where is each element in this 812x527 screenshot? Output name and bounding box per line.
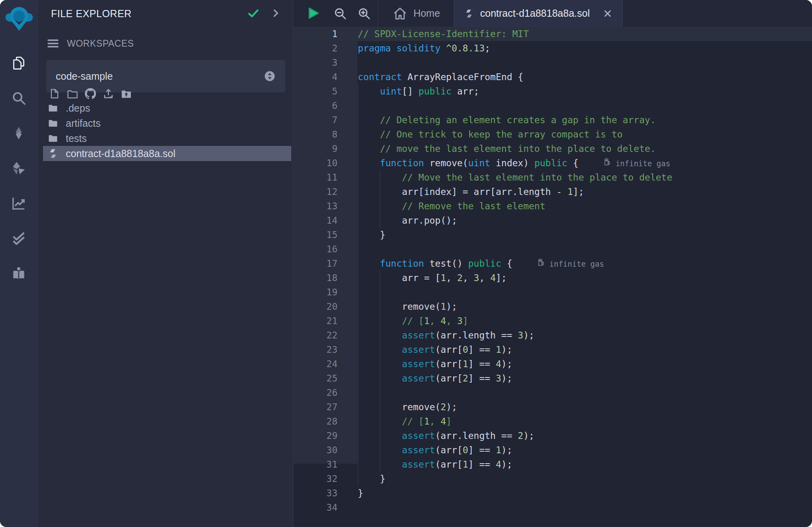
rail-item-deploy-run[interactable] <box>11 160 27 176</box>
line-number: 3 <box>294 55 357 70</box>
code-line[interactable]: 32 } <box>294 472 812 486</box>
line-number: 25 <box>294 371 357 385</box>
file-explorer-panel: FILE EXPLORER WORKSPACES code-sample .de… <box>38 0 293 527</box>
new-file-icon[interactable] <box>49 88 61 100</box>
workspaces-row: WORKSPACES <box>46 37 134 49</box>
file-label: contract-d1a8818a8a.sol <box>66 148 175 159</box>
code-line[interactable]: 19 <box>294 285 812 299</box>
line-number: 1 <box>294 27 357 41</box>
code-line[interactable]: 24 assert(arr[1] == 4); <box>294 357 812 371</box>
code-text: arr = [1, 2, 3, 4]; <box>358 271 507 285</box>
zoom-out-icon[interactable] <box>333 6 347 21</box>
code-line[interactable]: 11 // Move the last element into the pla… <box>294 170 812 185</box>
code-text: // Deleting an element creates a gap in … <box>358 113 656 127</box>
line-number: 10 <box>294 156 357 170</box>
code-text: } <box>358 486 363 500</box>
gas-icon <box>603 156 612 171</box>
code-line[interactable]: 14 arr.pop(); <box>294 213 812 228</box>
code-line[interactable]: 34 <box>294 500 812 515</box>
close-icon[interactable] <box>602 8 613 19</box>
solidity-file-icon <box>464 8 474 19</box>
code-line[interactable]: 6 <box>294 98 812 113</box>
line-number: 17 <box>294 256 357 271</box>
code-text: contract ArrayReplaceFromEnd { <box>358 70 523 84</box>
file-actions-toolbar <box>49 88 132 100</box>
code-line[interactable]: 29 assert(arr.length == 2); <box>294 429 812 443</box>
tab-home[interactable]: Home <box>378 0 454 27</box>
code-line[interactable]: 22 assert(arr.length == 3); <box>294 328 812 342</box>
code-line[interactable]: 16 <box>294 242 812 256</box>
code-line[interactable]: 10 function remove(uint index) public {i… <box>294 156 812 170</box>
code-line[interactable]: 13 // Remove the last element <box>294 199 812 213</box>
code-line[interactable]: 26 <box>294 385 812 400</box>
code-line[interactable]: 1// SPDX-License-Identifier: MIT <box>294 27 812 41</box>
gas-estimate-label: infinite gas <box>549 257 604 271</box>
line-number: 22 <box>294 328 357 342</box>
code-text: remove(1); <box>358 299 457 314</box>
rail-item-unit-testing[interactable] <box>11 230 27 246</box>
code-line[interactable]: 25 assert(arr[2] == 3); <box>294 371 812 385</box>
code-line[interactable]: 18 arr = [1, 2, 3, 4]; <box>294 271 812 285</box>
rail-item-learneth[interactable] <box>11 265 27 281</box>
code-line[interactable]: 7 // Deleting an element creates a gap i… <box>294 113 812 127</box>
run-play-icon[interactable] <box>306 6 320 20</box>
file-label: artifacts <box>66 118 101 129</box>
tab-contract-file[interactable]: contract-d1a8818a8a.sol <box>454 0 623 27</box>
line-number: 29 <box>294 429 357 443</box>
code-line[interactable]: 31 assert(arr[1] == 4); <box>294 457 812 472</box>
line-number: 18 <box>294 271 357 285</box>
code-text: arr.pop(); <box>358 213 457 228</box>
folder-row-.deps[interactable]: .deps <box>38 100 293 116</box>
gas-estimate-label: infinite gas <box>616 156 670 171</box>
check-icon[interactable] <box>247 7 260 20</box>
code-line[interactable]: 23 assert(arr[0] == 1); <box>294 342 812 357</box>
code-line[interactable]: 5 uint[] public arr; <box>294 84 812 98</box>
code-text: arr[index] = arr[arr.length - 1]; <box>358 185 584 199</box>
line-number: 11 <box>294 170 357 185</box>
remix-logo-icon[interactable] <box>4 3 35 34</box>
code-line[interactable]: 33} <box>294 486 812 500</box>
code-line[interactable]: 3 <box>294 55 812 70</box>
code-line[interactable]: 4contract ArrayReplaceFromEnd { <box>294 70 812 84</box>
editor-region: Home contract-d1a8818a8a.sol 1// SPDX-Li… <box>294 0 812 527</box>
upload-file-icon[interactable] <box>102 88 114 100</box>
rail-item-statistics[interactable] <box>11 195 27 211</box>
code-line[interactable]: 28 // [1, 4] <box>294 414 812 429</box>
rail-item-file-explorer[interactable] <box>11 55 27 71</box>
code-line[interactable]: 9 // move the last element into the plac… <box>294 142 812 156</box>
line-number: 21 <box>294 314 357 328</box>
code-lines: 1// SPDX-License-Identifier: MIT2pragma … <box>294 27 812 515</box>
code-line[interactable]: 17 function test() public {infinite gas <box>294 256 812 271</box>
panel-title: FILE EXPLORER <box>51 8 131 20</box>
file-row-contract-d1a8818a8a.sol[interactable]: contract-d1a8818a8a.sol <box>43 146 291 161</box>
code-text: // [1, 4] <box>358 414 451 429</box>
rail-item-search[interactable] <box>11 90 27 106</box>
select-updown-icon <box>264 70 276 82</box>
line-number: 15 <box>294 228 357 242</box>
code-line[interactable]: 21 // [1, 4, 3] <box>294 314 812 328</box>
line-number: 9 <box>294 142 357 156</box>
code-text: // One trick to keep the array compact i… <box>358 127 623 142</box>
zoom-in-icon[interactable] <box>357 6 371 21</box>
line-number: 33 <box>294 486 357 500</box>
line-number: 20 <box>294 299 357 314</box>
code-line[interactable]: 15 } <box>294 228 812 242</box>
upload-folder-icon[interactable] <box>120 88 132 100</box>
rail-item-solidity-compiler[interactable] <box>11 125 27 141</box>
code-line[interactable]: 27 remove(2); <box>294 400 812 414</box>
folder-row-artifacts[interactable]: artifacts <box>38 116 293 131</box>
code-editor[interactable]: 1// SPDX-License-Identifier: MIT2pragma … <box>294 27 812 527</box>
code-line[interactable]: 12 arr[index] = arr[arr.length - 1]; <box>294 185 812 199</box>
code-text: // Move the last element into the place … <box>358 170 672 185</box>
folder-row-tests[interactable]: tests <box>38 131 293 146</box>
new-folder-icon[interactable] <box>67 88 78 100</box>
chevron-right-icon[interactable] <box>270 8 281 19</box>
code-line[interactable]: 8 // One trick to keep the array compact… <box>294 127 812 142</box>
code-line[interactable]: 30 assert(arr[0] == 1); <box>294 443 812 457</box>
github-icon[interactable] <box>84 88 96 100</box>
code-line[interactable]: 20 remove(1); <box>294 299 812 314</box>
code-line[interactable]: 2pragma solidity ^0.8.13; <box>294 41 812 55</box>
hamburger-menu-icon[interactable] <box>46 37 60 49</box>
gas-icon <box>537 257 546 271</box>
line-number: 14 <box>294 213 357 228</box>
